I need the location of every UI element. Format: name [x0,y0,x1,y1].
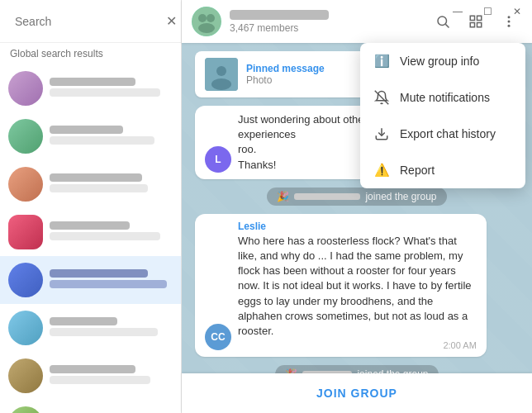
svg-point-15 [211,78,231,90]
minimize-button[interactable]: — [443,0,473,23]
item-preview-blur [50,88,160,97]
window-controls: — ☐ ✕ [443,0,532,23]
svg-point-12 [508,25,511,27]
item-preview-blur [50,376,150,384]
item-name-blur [50,78,135,86]
pinned-sub: Photo [246,74,325,86]
svg-rect-8 [470,23,474,27]
avatar [8,71,43,106]
list-item[interactable] [0,352,181,400]
system-message-2: 🎉 joined the group [275,365,438,373]
dropdown-report[interactable]: ⚠️ Report [360,152,525,188]
sidebar-header: ✕ [0,0,181,43]
join-group-button[interactable]: JOIN GROUP [316,387,397,400]
avatar [8,358,43,393]
list-item[interactable] [0,400,181,413]
list-item[interactable] [0,208,181,256]
report-icon: ⚠️ [373,162,390,178]
avatar [8,119,43,154]
svg-point-14 [216,66,226,76]
item-name-blur [50,365,135,373]
search-input[interactable] [15,8,159,35]
sender-name: Leslie [238,221,477,232]
dropdown-item-label: Report [400,164,435,177]
info-icon: ℹ️ [373,53,390,69]
chat-footer: JOIN GROUP [182,373,532,413]
item-preview-blur [50,280,167,288]
system-message: 🎉 joined the group [267,188,446,206]
group-avatar [192,7,221,36]
sidebar-list [0,64,181,413]
group-name [230,10,421,20]
svg-point-3 [198,23,215,33]
list-item[interactable] [0,64,181,112]
chat-header-info: 3,467 members [230,10,421,34]
dropdown-menu: ℹ️ View group info Mute notifications [360,43,525,188]
avatar [8,215,43,249]
item-name-blur [50,269,148,278]
close-button[interactable]: ✕ [502,0,532,23]
svg-point-2 [207,14,215,22]
avatar: L [205,146,231,173]
mute-icon [373,89,390,106]
dropdown-view-group-info[interactable]: ℹ️ View group info [360,43,525,79]
pinned-label: Pinned message [246,63,325,74]
svg-rect-9 [477,23,482,27]
svg-line-19 [375,91,389,105]
joined-text: joined the group [365,191,436,202]
blur-name [294,193,360,200]
main-chat: — ☐ ✕ 3,467 members [182,0,532,413]
avatar [8,406,43,413]
global-search-label: Global search results [0,43,181,64]
dropdown-mute-notifications[interactable]: Mute notifications [360,79,525,116]
close-icon[interactable]: ✕ [166,13,177,30]
avatar: CC [205,324,231,350]
pinned-image [205,58,238,91]
message-bubble: CC Leslie Who here has a roosterless flo… [195,214,487,357]
item-preview-blur [50,232,160,240]
item-name-blur [50,173,142,182]
list-item-active[interactable] [0,256,181,304]
list-item[interactable] [0,304,181,352]
item-preview-blur [50,136,154,145]
item-name-blur [50,126,123,134]
maximize-button[interactable]: ☐ [473,0,502,23]
dropdown-item-label: Mute notifications [400,91,490,104]
avatar [8,167,43,202]
avatar [8,263,43,297]
dropdown-item-label: View group info [400,55,479,68]
svg-point-1 [198,14,207,22]
dropdown-export-chat-history[interactable]: Export chat history [360,116,525,152]
avatar [8,311,43,345]
list-item[interactable] [0,160,181,208]
member-count: 3,467 members [230,22,421,34]
svg-line-5 [445,24,449,27]
export-icon [373,126,390,142]
dropdown-item-label: Export chat history [400,127,496,140]
item-preview-blur [50,184,148,192]
message-text: Who here has a roosterless flock? What's… [238,234,477,339]
message-time: 2:00 AM [238,340,477,350]
item-name-blur [50,221,130,230]
sidebar: ✕ Global search results [0,0,182,413]
list-item[interactable] [0,112,181,160]
item-name-blur [50,317,117,325]
item-preview-blur [50,328,158,336]
